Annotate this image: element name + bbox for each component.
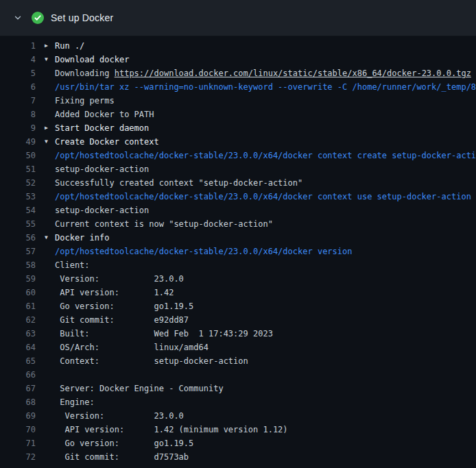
log-output-text: Start Docker daemon: [55, 123, 149, 133]
log-row: 59 Version: 23.0.0: [0, 272, 476, 286]
log-row: 62 Git commit: e92dd87: [0, 313, 476, 327]
log-output-text: Go version: go1.19.5: [55, 301, 193, 311]
log-output-text: Download docker: [55, 55, 129, 64]
log-output-text: Successfully created context "setup-dock…: [55, 178, 302, 188]
log-text: Successfully created context "setup-dock…: [55, 178, 302, 188]
log-row: 7Fixing perms: [0, 94, 476, 108]
log-output-text: Engine:: [55, 397, 95, 407]
log-output-text: Server: Docker Engine - Community: [55, 384, 224, 393]
log-row: 64 OS/Arch: linux/amd64: [0, 341, 476, 354]
line-number[interactable]: 8: [0, 108, 36, 121]
line-number[interactable]: 66: [0, 368, 36, 382]
line-number[interactable]: 4: [0, 53, 36, 66]
log-text: /opt/hostedtoolcache/docker-stable/23.0.…: [55, 192, 471, 201]
log-text: Built: Wed Feb 1 17:43:29 2023: [55, 329, 273, 338]
line-number[interactable]: 49: [0, 135, 36, 149]
log-group-row[interactable]: 49▼Create Docker context: [0, 135, 476, 149]
line-number[interactable]: 67: [0, 382, 36, 395]
log-row: 58Client:: [0, 258, 476, 272]
log-row: 5Downloading https://download.docker.com…: [0, 66, 476, 80]
chevron-down-icon[interactable]: [12, 12, 23, 23]
log-output-text: API version: 1.42: [55, 288, 174, 297]
log-row: 65 Context: setup-docker-action: [0, 354, 476, 368]
line-number[interactable]: 60: [0, 286, 36, 299]
log-output-text: setup-docker-action: [55, 206, 149, 215]
log-output-text: Version: 23.0.0: [55, 411, 184, 421]
log-text: Create Docker context: [55, 137, 159, 147]
log-command-text: /usr/bin/tar xz --warning=no-unknown-key…: [55, 82, 476, 92]
line-number[interactable]: 1: [0, 39, 36, 53]
log-text: Run ./: [55, 41, 84, 51]
line-number[interactable]: 7: [0, 94, 36, 108]
line-number[interactable]: 61: [0, 299, 36, 313]
log-output-text: Downloading: [55, 69, 115, 78]
line-number[interactable]: 5: [0, 66, 36, 80]
log-row: 52Successfully created context "setup-do…: [0, 176, 476, 190]
line-number[interactable]: 55: [0, 217, 36, 231]
log-group-row[interactable]: 9▶Start Docker daemon: [0, 121, 476, 135]
log-row: 55Current context is now "setup-docker-a…: [0, 217, 476, 231]
log-row: 57/opt/hostedtoolcache/docker-stable/23.…: [0, 245, 476, 258]
log-output-text: Current context is now "setup-docker-act…: [55, 219, 273, 229]
group-expanded-icon[interactable]: ▼: [36, 135, 55, 149]
log-text: API version: 1.42 (minimum version 1.12): [55, 425, 288, 434]
line-number[interactable]: 72: [0, 450, 36, 464]
log-lines: 1▶Run ./4▼Download docker5Downloading ht…: [0, 36, 476, 464]
log-command-text: /opt/hostedtoolcache/docker-stable/23.0.…: [55, 151, 476, 160]
line-number[interactable]: 65: [0, 354, 36, 368]
log-command-text: /opt/hostedtoolcache/docker-stable/23.0.…: [55, 247, 352, 256]
line-number[interactable]: 9: [0, 121, 36, 135]
log-text: /usr/bin/tar xz --warning=no-unknown-key…: [55, 82, 476, 92]
line-number[interactable]: 52: [0, 176, 36, 190]
log-command-text: /opt/hostedtoolcache/docker-stable/23.0.…: [55, 192, 471, 201]
group-collapsed-icon[interactable]: ▶: [36, 121, 55, 135]
log-text: setup-docker-action: [55, 206, 149, 215]
log-text: Go version: go1.19.5: [55, 301, 193, 311]
log-row: 72 Git commit: d7573ab: [0, 450, 476, 464]
log-text: /opt/hostedtoolcache/docker-stable/23.0.…: [55, 151, 476, 160]
log-row: 51setup-docker-action: [0, 162, 476, 176]
log-output-text: Fixing perms: [55, 96, 115, 106]
log-row: 63 Built: Wed Feb 1 17:43:29 2023: [0, 327, 476, 341]
line-number[interactable]: 70: [0, 423, 36, 436]
group-expanded-icon[interactable]: ▼: [36, 231, 55, 245]
log-text: Docker info: [55, 233, 109, 243]
line-number[interactable]: 62: [0, 313, 36, 327]
log-row: 8Added Docker to PATH: [0, 108, 476, 121]
log-output-text: Create Docker context: [55, 137, 159, 147]
line-number[interactable]: 63: [0, 327, 36, 341]
line-number[interactable]: 50: [0, 149, 36, 162]
line-number[interactable]: 56: [0, 231, 36, 245]
log-text: Version: 23.0.0: [55, 411, 184, 421]
line-number[interactable]: 58: [0, 258, 36, 272]
log-text: Current context is now "setup-docker-act…: [55, 219, 273, 229]
line-number[interactable]: 57: [0, 245, 36, 258]
line-number[interactable]: 53: [0, 190, 36, 204]
log-output-text: Go version: go1.19.5: [55, 439, 193, 448]
line-number[interactable]: 51: [0, 162, 36, 176]
line-number[interactable]: 6: [0, 80, 36, 94]
line-number[interactable]: 54: [0, 204, 36, 217]
log-output-text: setup-docker-action: [55, 164, 149, 174]
line-number[interactable]: 68: [0, 395, 36, 409]
log-group-row[interactable]: 1▶Run ./: [0, 39, 476, 53]
line-number[interactable]: 64: [0, 341, 36, 354]
line-number[interactable]: 69: [0, 409, 36, 423]
log-text: Client:: [55, 260, 90, 270]
log-group-row[interactable]: 56▼Docker info: [0, 231, 476, 245]
log-link[interactable]: https://download.docker.com/linux/static…: [115, 69, 471, 78]
group-collapsed-icon[interactable]: ▶: [36, 39, 55, 53]
log-row: 67 Server: Docker Engine - Community: [0, 382, 476, 395]
log-output-text: OS/Arch: linux/amd64: [55, 343, 209, 352]
group-expanded-icon[interactable]: ▼: [36, 53, 55, 66]
step-title: Set up Docker: [51, 12, 113, 23]
log-row: 53/opt/hostedtoolcache/docker-stable/23.…: [0, 190, 476, 204]
line-number[interactable]: 59: [0, 272, 36, 286]
log-text: Fixing perms: [55, 96, 115, 106]
log-output-text: Built: Wed Feb 1 17:43:29 2023: [55, 329, 273, 338]
success-check-icon: [32, 12, 44, 24]
log-row: 6/usr/bin/tar xz --warning=no-unknown-ke…: [0, 80, 476, 94]
line-number[interactable]: 71: [0, 436, 36, 450]
step-header[interactable]: Set up Docker: [0, 0, 476, 36]
log-group-row[interactable]: 4▼Download docker: [0, 53, 476, 66]
